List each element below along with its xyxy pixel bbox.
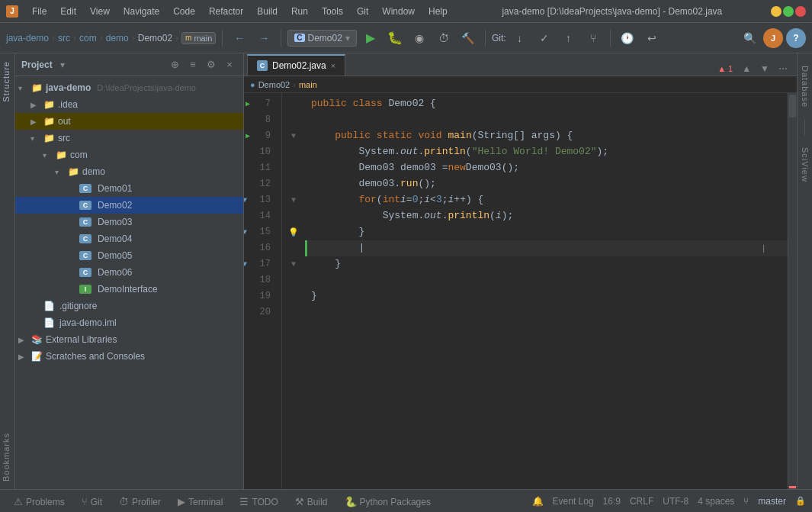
tab-profiler[interactable]: ⏱ Profiler xyxy=(111,491,168,512)
scrollbar-thumb[interactable] xyxy=(789,95,796,118)
tree-item-demo05[interactable]: C Demo05 xyxy=(15,247,243,264)
sciview-panel-tab[interactable]: SciView xyxy=(799,141,811,188)
panel-gear-button[interactable]: ⚙ xyxy=(204,57,219,72)
fold-13[interactable]: ▼ xyxy=(291,196,296,204)
java-icon-demo02: C xyxy=(79,201,91,210)
structure-tab[interactable]: Structure xyxy=(0,53,14,110)
menu-tools[interactable]: Tools xyxy=(316,5,349,18)
tree-item-demo06[interactable]: C Demo06 xyxy=(15,264,243,281)
menu-run[interactable]: Run xyxy=(285,5,314,18)
event-log-label[interactable]: Event Log xyxy=(553,496,594,507)
menu-refactor[interactable]: Refactor xyxy=(203,5,249,18)
tree-item-demo01[interactable]: C Demo01 xyxy=(15,180,243,197)
menu-help[interactable]: Help xyxy=(422,5,454,18)
menu-navigate[interactable]: Navigate xyxy=(117,5,165,18)
tree-item-src[interactable]: ▾ 📁 src xyxy=(15,130,243,147)
encoding-status[interactable]: UTF-8 xyxy=(663,496,688,507)
tree-item-idea[interactable]: ▶ 📁 .idea xyxy=(15,96,243,113)
tab-todo[interactable]: ☰ TODO xyxy=(232,491,285,512)
line-ending-status[interactable]: CRLF xyxy=(630,496,653,507)
git-update-button[interactable]: ↓ xyxy=(509,27,531,49)
menu-edit[interactable]: Edit xyxy=(54,5,82,18)
tree-item-demo[interactable]: ▾ 📁 demo xyxy=(15,163,243,180)
run-config-selector[interactable]: C Demo02 ▾ xyxy=(287,30,357,47)
back-button[interactable]: ← xyxy=(229,27,250,49)
inline-item-method[interactable]: main xyxy=(299,80,317,89)
tab-build[interactable]: ⚒ Build xyxy=(287,491,335,512)
tree-item-demo02[interactable]: C Demo02 xyxy=(15,197,243,214)
undo-button[interactable]: ↩ xyxy=(641,27,663,49)
tree-item-ext-libs[interactable]: ▶ 📚 External Libraries xyxy=(15,331,243,348)
build-button[interactable]: 🔨 xyxy=(457,27,479,49)
tree-item-gitignore[interactable]: 📄 .gitignore xyxy=(15,298,243,314)
run-marker-7: ▶ xyxy=(246,98,250,111)
search-everywhere-button[interactable]: 🔍 xyxy=(739,27,760,49)
tree-item-demo-interface[interactable]: I DemoInterface xyxy=(15,281,243,298)
menu-code[interactable]: Code xyxy=(167,5,201,18)
tree-item-scratches[interactable]: ▶ 📝 Scratches and Consoles xyxy=(15,348,243,365)
panel-locate-button[interactable]: ⊕ xyxy=(167,57,182,72)
toolbar-project[interactable]: java-demo xyxy=(6,33,49,43)
editor-tab-demo02[interactable]: C Demo02.java × xyxy=(247,54,345,76)
tree-item-demo04[interactable]: C Demo04 xyxy=(15,230,243,247)
history-button[interactable]: 🕐 xyxy=(617,27,638,49)
minimize-button[interactable] xyxy=(771,6,782,17)
git-commit-button[interactable]: ✓ xyxy=(534,27,555,49)
forward-button[interactable]: → xyxy=(253,27,274,49)
git-push-button[interactable]: ↑ xyxy=(558,27,579,49)
menu-build[interactable]: Build xyxy=(251,5,284,18)
user-avatar[interactable]: J xyxy=(763,28,783,48)
editor-scrollbar[interactable] xyxy=(788,93,797,489)
close-button[interactable] xyxy=(795,6,806,17)
run-button[interactable]: ▶ xyxy=(360,27,381,49)
indent-status[interactable]: 4 spaces xyxy=(698,496,734,507)
menu-window[interactable]: Window xyxy=(376,5,421,18)
toolbar-method[interactable]: m main xyxy=(181,32,216,44)
build-icon: ⚒ xyxy=(295,496,304,507)
maximize-button[interactable] xyxy=(783,6,794,17)
bookmarks-tab[interactable]: Bookmarks xyxy=(0,425,14,489)
profile-button[interactable]: ⏱ xyxy=(433,27,454,49)
code-content[interactable]: public class Demo02 { public static void… xyxy=(305,93,788,489)
tab-git[interactable]: ⑂ Git xyxy=(74,491,110,512)
cursor-position: | xyxy=(762,242,765,256)
tab-more-actions[interactable]: ⋯ xyxy=(775,62,791,76)
debug-button[interactable]: 🐛 xyxy=(384,27,406,49)
bulb-15[interactable]: 💡 xyxy=(288,227,299,237)
toolbar-com[interactable]: com xyxy=(79,33,97,43)
help-button[interactable]: ? xyxy=(786,28,806,48)
menu-file[interactable]: File xyxy=(26,5,53,18)
tab-problems[interactable]: ⚠ Problems xyxy=(6,491,72,512)
menu-view[interactable]: View xyxy=(84,5,116,18)
inline-item-class[interactable]: Demo02 xyxy=(258,80,290,89)
event-log-link[interactable]: 🔔 xyxy=(532,496,544,507)
database-panel-tab[interactable]: Database xyxy=(799,60,811,114)
inline-breadcrumb: ● Demo02 › main xyxy=(244,76,797,93)
tab-chevron-up[interactable]: ▲ xyxy=(739,62,754,76)
title-bar: J File Edit View Navigate Code Refactor … xyxy=(0,0,812,23)
fold-9[interactable]: ▼ xyxy=(291,132,296,140)
expand-out: ▶ xyxy=(30,118,40,126)
tab-terminal[interactable]: ▶ Terminal xyxy=(170,491,230,512)
tab-python-packages[interactable]: 🐍 Python Packages xyxy=(337,491,438,512)
git-branch-button[interactable]: ⑂ xyxy=(583,27,604,49)
panel-collapse-button[interactable]: ≡ xyxy=(185,57,201,72)
fold-17[interactable]: ▼ xyxy=(291,260,296,269)
coverage-button[interactable]: ◉ xyxy=(409,27,430,49)
tree-item-com[interactable]: ▾ 📁 com xyxy=(15,147,243,163)
tree-item-root[interactable]: ▾ 📁 java-demo D:\IdeaProjects\java-demo xyxy=(15,79,243,96)
tree-item-demo03[interactable]: C Demo03 xyxy=(15,214,243,230)
menu-git[interactable]: Git xyxy=(351,5,374,18)
toolbar-demo[interactable]: demo xyxy=(106,33,129,43)
panel-close-button[interactable]: × xyxy=(222,57,237,72)
panel-dropdown-icon[interactable]: ▾ xyxy=(60,60,65,70)
toolbar-src[interactable]: src xyxy=(58,33,70,43)
line-num-8: 8 xyxy=(244,112,275,128)
branch-status[interactable]: master xyxy=(758,496,786,507)
position-status[interactable]: 16:9 xyxy=(603,496,621,507)
tab-chevron-down[interactable]: ▼ xyxy=(757,62,772,76)
tab-close-button[interactable]: × xyxy=(331,61,335,70)
tree-item-iml[interactable]: 📄 java-demo.iml xyxy=(15,314,243,331)
tree-item-out[interactable]: ▶ 📁 out xyxy=(15,113,243,130)
toolbar-demo02[interactable]: Demo02 xyxy=(138,33,172,43)
